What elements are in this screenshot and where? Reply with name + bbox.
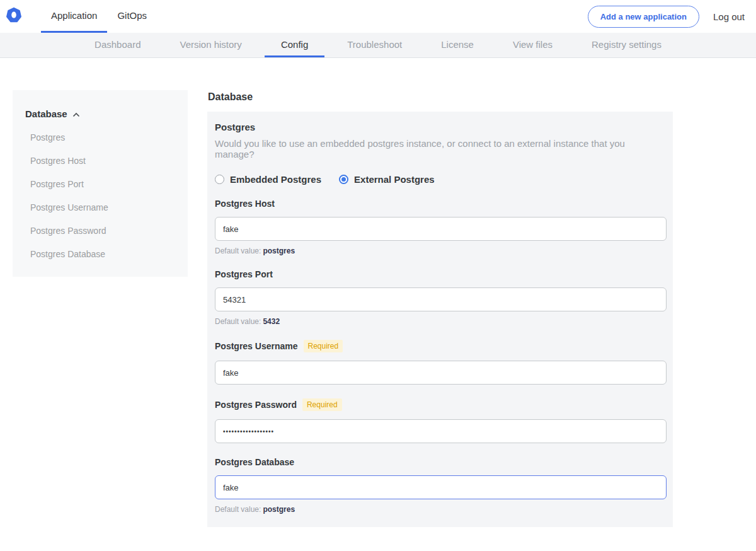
config-main: Database Postgres Would you like to use … [207,90,673,551]
logout-link[interactable]: Log out [713,11,745,22]
default-value-hint: Default value:5432 [215,317,666,326]
field-postgres-database: Postgres Database Default value:postgres [215,457,666,514]
tab-application[interactable]: Application [41,0,107,33]
postgres-mode-radio-group: Embedded Postgres External Postgres [215,174,666,185]
default-value-prefix: Default value: [215,505,261,514]
radio-external-label: External Postgres [354,174,435,185]
postgres-database-input[interactable] [215,475,667,499]
subnav-view-files[interactable]: View files [496,33,569,57]
field-postgres-port: Postgres Port Default value:5432 [215,269,666,326]
postgres-username-input[interactable] [215,361,667,385]
subnav-config[interactable]: Config [265,33,324,57]
required-badge: Required [304,340,343,352]
tab-gitops[interactable]: GitOps [107,0,157,33]
subnav-version-history[interactable]: Version history [163,33,258,57]
field-postgres-host: Postgres Host Default value:postgres [215,199,666,255]
app-logo[interactable] [0,0,31,33]
radio-circle-icon [339,175,348,184]
postgres-host-input[interactable] [215,217,667,241]
default-value-hint: Default value:postgres [215,505,666,514]
postgres-help-text: Would you like to use an embedded postgr… [215,138,666,160]
add-application-button[interactable]: Add a new application [588,6,699,28]
default-value-prefix: Default value: [215,317,261,326]
sidebar-item-postgres-port[interactable]: Postgres Port [30,179,175,189]
subnav-registry-settings[interactable]: Registry settings [575,33,678,57]
field-postgres-password: Postgres Password Required [215,398,666,443]
database-config-card: Postgres Would you like to use an embedd… [207,112,673,527]
radio-embedded-postgres[interactable]: Embedded Postgres [215,174,321,185]
sidebar-item-list: Postgres Postgres Host Postgres Port Pos… [25,132,175,259]
subnav-dashboard[interactable]: Dashboard [78,33,157,57]
default-value-text: 5432 [263,317,280,326]
field-label: Postgres Host [215,199,275,209]
sidebar-group-database[interactable]: Database [25,108,175,119]
radio-circle-icon [215,175,224,184]
default-value-text: postgres [263,246,295,255]
postgres-port-input[interactable] [215,287,667,311]
section-title: Database [208,91,673,103]
field-label: Postgres Password [215,400,297,410]
sidebar-item-postgres-username[interactable]: Postgres Username [30,202,175,212]
default-value-hint: Default value:postgres [215,246,666,255]
sidebar-item-postgres-host[interactable]: Postgres Host [30,156,175,166]
content-area: Database Postgres Postgres Host Postgres… [0,58,756,551]
field-postgres-username: Postgres Username Required [215,340,666,385]
config-sidebar: Database Postgres Postgres Host Postgres… [13,90,188,277]
required-badge: Required [302,398,342,411]
field-label: Postgres Username [215,341,298,351]
default-value-prefix: Default value: [215,246,261,255]
radio-embedded-label: Embedded Postgres [230,174,321,185]
header-tabs: Application GitOps [41,0,157,33]
sidebar-group-label: Database [25,108,67,119]
subnav-license[interactable]: License [425,33,490,57]
postgres-group-label: Postgres [215,122,666,132]
app-header: Application GitOps Add a new application… [0,0,756,33]
default-value-text: postgres [263,505,295,514]
sidebar-item-postgres-database[interactable]: Postgres Database [30,249,175,259]
header-right: Add a new application Log out [588,0,756,33]
field-label: Postgres Database [215,457,294,467]
chevron-up-icon [72,108,80,119]
kots-logo-icon [6,7,22,26]
app-subnav: Dashboard Version history Config Trouble… [0,33,756,58]
subnav-troubleshoot[interactable]: Troubleshoot [331,33,418,57]
radio-external-postgres[interactable]: External Postgres [339,174,435,185]
header-spacer [157,0,588,33]
sidebar-item-postgres[interactable]: Postgres [30,132,175,142]
sidebar-item-postgres-password[interactable]: Postgres Password [30,226,175,236]
field-label: Postgres Port [215,269,273,279]
postgres-password-input[interactable] [215,419,667,443]
